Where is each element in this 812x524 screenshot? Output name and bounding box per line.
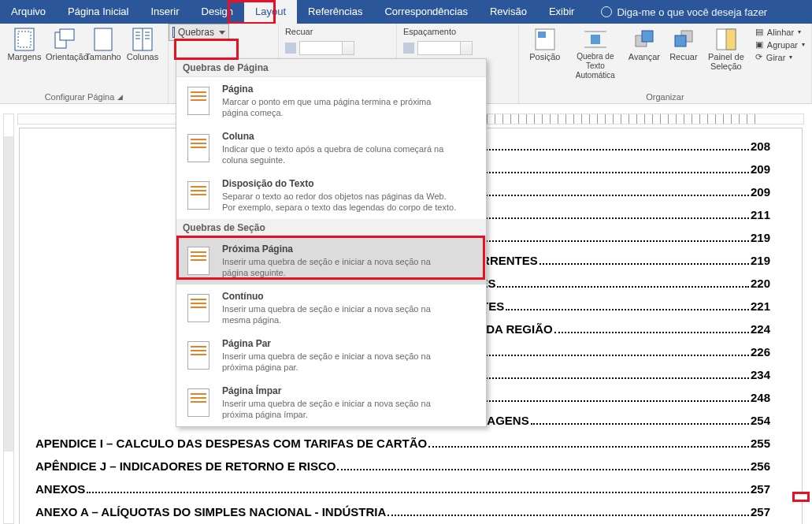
- dd-item-coluna[interactable]: ColunaIndicar que o texto após a quebra …: [176, 124, 486, 172]
- tab-correspondencias[interactable]: Correspondências: [373, 0, 479, 24]
- dd-item-continuo[interactable]: ContínuoInserir uma quebra de seção e in…: [176, 284, 486, 332]
- continuous-icon: [187, 294, 209, 322]
- svg-rect-14: [538, 32, 546, 38]
- colunas-button[interactable]: Colunas: [124, 27, 161, 61]
- bring-forward-icon: [634, 29, 654, 50]
- group-label-organizar: Organizar: [525, 91, 805, 102]
- indent-left-icon: [285, 43, 296, 54]
- breaks-icon: [172, 27, 175, 38]
- margins-icon: [14, 28, 35, 51]
- toc-page: 248: [751, 391, 770, 404]
- dd-item-pagina[interactable]: PáginaMarcar o ponto em que uma página t…: [176, 77, 486, 124]
- vertical-ruler[interactable]: [3, 113, 14, 524]
- tab-inserir[interactable]: Inserir: [139, 0, 190, 24]
- tab-pagina-inicial[interactable]: Página Inicial: [57, 0, 139, 24]
- tab-arquivo[interactable]: Arquivo: [0, 0, 57, 24]
- chevron-down-icon: [219, 31, 225, 35]
- toc-leader: [497, 286, 749, 288]
- toc-page: 254: [751, 414, 770, 427]
- toc-line: ANEXOS257: [35, 482, 770, 496]
- painel-selecao-button[interactable]: Painel de Seleção: [705, 27, 747, 80]
- dd-item-pagina-impar[interactable]: Página ÍmparInserir uma quebra de seção …: [176, 379, 486, 426]
- toc-leader: [387, 515, 749, 516]
- svg-rect-23: [726, 29, 736, 50]
- page-break-icon: [187, 87, 209, 115]
- tamanho-button[interactable]: Tamanho: [85, 27, 121, 61]
- dd-section-quebras-secao: Quebras de Seção: [176, 219, 486, 237]
- quebras-dropdown: Quebras de Página PáginaMarcar o ponto e…: [176, 58, 487, 427]
- toc-text: APÊNDICE J – INDICADORES DE RETORNO E RI…: [35, 459, 336, 473]
- indent-left-spinner[interactable]: [299, 41, 354, 55]
- quebras-button[interactable]: Quebras: [169, 24, 229, 41]
- even-page-icon: [187, 341, 209, 370]
- group-organizar: Posição Quebra de Texto Automática Avanç…: [519, 24, 812, 103]
- align-icon: ▤: [755, 27, 763, 37]
- dd-item-disposicao[interactable]: Disposição do TextoSeparar o texto ao re…: [176, 172, 486, 219]
- quebra-texto-button[interactable]: Quebra de Texto Automática: [568, 27, 623, 80]
- toc-leader: [531, 423, 749, 425]
- margens-button[interactable]: Margens: [6, 27, 43, 61]
- tab-revisao[interactable]: Revisão: [479, 0, 538, 24]
- odd-page-icon: [187, 388, 209, 417]
- toc-page: 256: [751, 459, 770, 473]
- toc-page: 219: [751, 231, 770, 244]
- agrupar-button[interactable]: ▣Agrupar▾: [755, 39, 805, 50]
- textwrap-icon: [584, 28, 606, 50]
- toc-page: 211: [751, 208, 770, 221]
- toc-leader: [87, 492, 749, 493]
- tell-me[interactable]: Diga-me o que você deseja fazer: [601, 6, 767, 18]
- rotate-icon: ⟳: [755, 52, 762, 62]
- svg-rect-21: [675, 35, 686, 46]
- column-break-icon: [187, 134, 209, 162]
- toc-leader: [554, 332, 749, 333]
- recuar-button[interactable]: Recuar: [666, 27, 702, 80]
- toc-page: 224: [751, 322, 770, 336]
- avancar-button[interactable]: Avançar: [626, 27, 662, 80]
- toc-leader: [337, 469, 749, 470]
- orientacao-button[interactable]: Orientação: [46, 27, 82, 61]
- toc-page: 255: [751, 437, 770, 450]
- toc-text: APENDICE I – CALCULO DAS DESPESAS COM TA…: [35, 437, 427, 450]
- toc-page: 209: [751, 162, 770, 176]
- dd-item-pagina-par[interactable]: Página ParInserir uma quebra de seção e …: [176, 332, 486, 379]
- dd-section-quebras-pagina: Quebras de Página: [176, 59, 486, 77]
- spacing-before-spinner[interactable]: [417, 41, 473, 55]
- dd-item-proxima-pagina[interactable]: Próxima PáginaInserir uma quebra de seçã…: [176, 237, 486, 284]
- position-icon: [535, 28, 555, 50]
- tell-me-text: Diga-me o que você deseja fazer: [617, 6, 767, 18]
- spacing-before-icon: [403, 43, 414, 54]
- toc-page: 257: [751, 482, 770, 496]
- toc-leader: [539, 263, 749, 265]
- alinhar-button[interactable]: ▤Alinhar▾: [755, 27, 805, 37]
- tab-referencias[interactable]: Referências: [297, 0, 373, 24]
- size-icon: [94, 28, 113, 51]
- toc-text: ANEXO A – ALÍQUOTAS DO SIMPLES NACIONAL …: [35, 505, 386, 518]
- columns-icon: [132, 28, 153, 51]
- group-icon: ▣: [755, 39, 763, 50]
- girar-button[interactable]: ⟳Girar▾: [755, 52, 805, 62]
- toc-page: 209: [751, 185, 770, 199]
- toc-leader: [465, 400, 749, 402]
- textwrap-break-icon: [187, 181, 209, 210]
- selection-pane-icon: [716, 28, 736, 50]
- svg-rect-4: [95, 28, 112, 50]
- recuar-label: Recuar: [285, 27, 390, 36]
- toc-page: 220: [751, 277, 770, 290]
- ribbon-tabs: Arquivo Página Inicial Inserir Design La…: [0, 0, 812, 24]
- toc-page: 234: [751, 368, 770, 381]
- tab-layout[interactable]: Layout: [244, 0, 297, 24]
- posicao-button[interactable]: Posição: [525, 27, 565, 80]
- toc-leader: [506, 309, 749, 310]
- send-backward-icon: [673, 29, 694, 50]
- toc-leader: [428, 446, 749, 448]
- toc-line: APÊNDICE J – INDICADORES DE RETORNO E RI…: [35, 459, 770, 473]
- orientation-icon: [52, 28, 76, 51]
- toc-leader: [463, 377, 749, 379]
- lightbulb-icon: [601, 6, 612, 17]
- tab-exibir[interactable]: Exibir: [538, 0, 586, 24]
- toc-line: ANEXO A – ALÍQUOTAS DO SIMPLES NACIONAL …: [35, 505, 770, 518]
- tab-design[interactable]: Design: [191, 0, 244, 24]
- toc-page: 208: [751, 139, 770, 153]
- toc-page: 257: [751, 505, 770, 518]
- toc-page: 219: [751, 254, 770, 267]
